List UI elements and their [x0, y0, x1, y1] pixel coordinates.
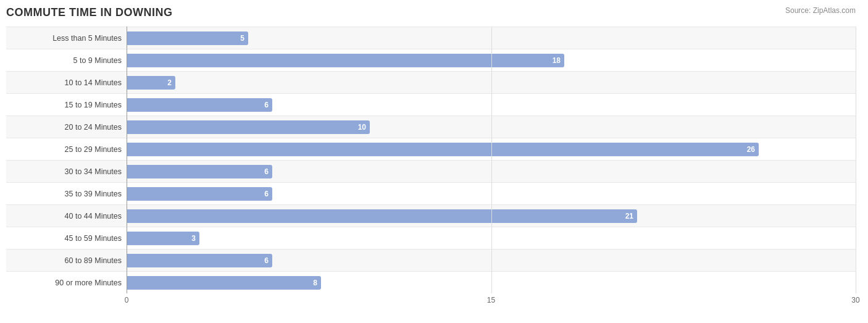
bar-label: Less than 5 Minutes [6, 34, 127, 43]
chart-area: Less than 5 Minutes55 to 9 Minutes1810 t… [6, 27, 856, 293]
bar-label: 5 to 9 Minutes [6, 56, 127, 65]
bar-label: 25 to 29 Minutes [6, 145, 127, 154]
bar-area: 26 [127, 143, 856, 156]
axis-area: 01530 [127, 296, 856, 308]
bar: 5 [127, 31, 248, 45]
bar: 3 [127, 232, 199, 245]
bar: 6 [127, 98, 272, 112]
bar: 26 [127, 143, 759, 156]
table-row: 35 to 39 Minutes6 [6, 182, 856, 204]
table-row: 5 to 9 Minutes18 [6, 49, 856, 71]
bar-value: 6 [264, 167, 269, 176]
bar-area: 2 [127, 76, 856, 90]
chart-title: COMMUTE TIME IN DOWNING [6, 6, 856, 19]
table-row: 60 to 89 Minutes6 [6, 249, 856, 271]
bar-area: 3 [127, 232, 856, 245]
bar: 6 [127, 187, 272, 201]
table-row: 15 to 19 Minutes6 [6, 93, 856, 115]
table-row: Less than 5 Minutes5 [6, 27, 856, 49]
bar-area: 6 [127, 98, 856, 112]
table-row: 25 to 29 Minutes26 [6, 138, 856, 160]
bar-value: 21 [625, 212, 633, 220]
bar-value: 8 [313, 279, 317, 287]
bar: 6 [127, 254, 272, 267]
bar-value: 18 [553, 56, 561, 65]
bar-label: 35 to 39 Minutes [6, 190, 127, 198]
bar: 18 [127, 54, 564, 67]
bar-area: 6 [127, 165, 856, 178]
table-row: 30 to 34 Minutes6 [6, 160, 856, 182]
bar-label: 10 to 14 Minutes [6, 78, 127, 87]
source-label: Source: ZipAtlas.com [785, 6, 856, 15]
bar-area: 6 [127, 187, 856, 201]
axis-tick: 30 [851, 296, 859, 304]
bar-area: 18 [127, 54, 856, 67]
bar-area: 8 [127, 276, 856, 290]
table-row: 45 to 59 Minutes3 [6, 227, 856, 249]
bar-value: 26 [747, 145, 755, 154]
bar-label: 45 to 59 Minutes [6, 234, 127, 243]
bar-label: 15 to 19 Minutes [6, 101, 127, 109]
bar-area: 21 [127, 209, 856, 223]
grid-line [856, 27, 856, 293]
bar: 10 [127, 120, 370, 134]
chart-container: COMMUTE TIME IN DOWNING Source: ZipAtlas… [0, 0, 868, 323]
bar: 2 [127, 76, 175, 90]
bar-label: 20 to 24 Minutes [6, 123, 127, 132]
bar-label: 90 or more Minutes [6, 279, 127, 287]
bar-value: 2 [167, 78, 172, 87]
bar-value: 3 [191, 234, 196, 243]
bar-area: 10 [127, 120, 856, 134]
bar: 21 [127, 209, 637, 223]
bar-label: 40 to 44 Minutes [6, 212, 127, 220]
table-row: 20 to 24 Minutes10 [6, 115, 856, 138]
bar-value: 6 [264, 101, 269, 109]
table-row: 40 to 44 Minutes21 [6, 204, 856, 227]
bar: 8 [127, 276, 321, 290]
axis-tick: 0 [125, 296, 129, 304]
bar-value: 6 [264, 190, 269, 198]
axis-tick: 15 [487, 296, 495, 304]
table-row: 90 or more Minutes8 [6, 271, 856, 293]
bar-area: 6 [127, 254, 856, 267]
bar: 6 [127, 165, 272, 178]
bar-label: 30 to 34 Minutes [6, 167, 127, 176]
bar-value: 5 [240, 34, 244, 43]
table-row: 10 to 14 Minutes2 [6, 71, 856, 93]
bar-value: 10 [358, 123, 366, 132]
bar-area: 5 [127, 31, 856, 45]
bar-label: 60 to 89 Minutes [6, 256, 127, 265]
bar-value: 6 [264, 256, 269, 265]
